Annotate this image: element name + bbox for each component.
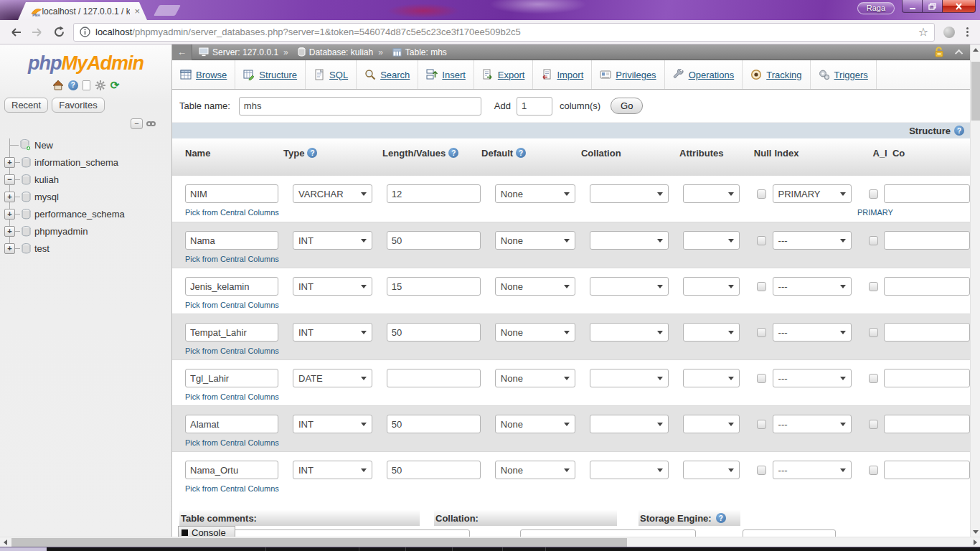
collapse-panel-icon[interactable] bbox=[955, 49, 963, 57]
help-icon[interactable]: ? bbox=[716, 513, 726, 523]
windows-taskbar-edge[interactable] bbox=[0, 547, 980, 551]
null-checkbox[interactable] bbox=[757, 236, 766, 245]
pick-central-columns-link[interactable]: Pick from Central Columns bbox=[185, 301, 279, 309]
column-collation-select[interactable] bbox=[590, 323, 669, 342]
help-icon[interactable]: ? bbox=[68, 80, 78, 90]
tab-export[interactable]: Export bbox=[474, 60, 534, 89]
tree-item-new[interactable]: New bbox=[0, 136, 171, 154]
column-length-input[interactable] bbox=[387, 415, 481, 433]
column-index-select[interactable]: --- bbox=[773, 415, 852, 433]
column-comments-input[interactable] bbox=[884, 461, 970, 479]
column-type-select[interactable]: INT bbox=[293, 231, 372, 250]
column-attributes-select[interactable] bbox=[683, 277, 740, 296]
ai-checkbox[interactable] bbox=[869, 328, 878, 337]
forward-button[interactable] bbox=[29, 24, 46, 41]
null-checkbox[interactable] bbox=[757, 282, 766, 291]
column-default-select[interactable]: None bbox=[495, 277, 575, 296]
minimize-button[interactable] bbox=[902, 0, 923, 13]
expand-icon[interactable]: + bbox=[4, 192, 15, 202]
null-checkbox[interactable] bbox=[757, 189, 766, 199]
column-length-input[interactable] bbox=[387, 323, 481, 342]
null-checkbox[interactable] bbox=[757, 466, 766, 475]
storage-engine-select[interactable] bbox=[743, 529, 836, 537]
column-collation-select[interactable] bbox=[590, 461, 669, 479]
console-toggle[interactable]: Console bbox=[178, 526, 235, 537]
column-name-input[interactable] bbox=[185, 461, 278, 479]
new-tab-button[interactable] bbox=[154, 5, 181, 16]
column-index-select[interactable]: PRIMARY bbox=[773, 184, 852, 203]
close-button[interactable] bbox=[943, 0, 976, 13]
tab-search[interactable]: Search bbox=[357, 60, 418, 89]
column-attributes-select[interactable] bbox=[683, 323, 740, 342]
pick-central-columns-link[interactable]: Pick from Central Columns bbox=[185, 255, 279, 263]
tab-tracking[interactable]: Tracking bbox=[743, 60, 810, 89]
tab-structure[interactable]: Structure bbox=[235, 60, 306, 89]
column-index-select[interactable]: --- bbox=[773, 369, 852, 387]
horizontal-scroll-thumb[interactable] bbox=[11, 538, 627, 547]
back-button[interactable] bbox=[7, 24, 24, 41]
reload-button[interactable] bbox=[50, 24, 67, 41]
tree-item-mysql[interactable]: + mysql bbox=[0, 188, 171, 205]
table-name-input[interactable] bbox=[239, 97, 481, 116]
user-profile-button[interactable]: Raga bbox=[857, 2, 895, 14]
null-checkbox[interactable] bbox=[757, 328, 766, 337]
docs-icon[interactable] bbox=[83, 80, 90, 90]
refresh-icon[interactable]: ⟳ bbox=[110, 80, 120, 90]
column-length-input[interactable] bbox=[387, 461, 481, 479]
column-name-input[interactable] bbox=[185, 323, 278, 342]
column-default-select[interactable]: None bbox=[495, 323, 575, 342]
extension-icon[interactable] bbox=[943, 27, 955, 38]
browser-menu-icon[interactable] bbox=[966, 27, 969, 37]
horizontal-scrollbar[interactable] bbox=[0, 537, 980, 547]
expand-icon[interactable]: + bbox=[4, 243, 15, 254]
help-icon[interactable]: ? bbox=[516, 148, 526, 158]
column-attributes-select[interactable] bbox=[683, 415, 740, 433]
add-columns-input[interactable] bbox=[517, 97, 552, 116]
column-attributes-select[interactable] bbox=[683, 369, 740, 387]
favorites-button[interactable]: Favorites bbox=[52, 98, 104, 113]
column-name-input[interactable] bbox=[185, 415, 278, 433]
column-type-select[interactable]: INT bbox=[293, 323, 372, 342]
column-collation-select[interactable] bbox=[590, 277, 669, 296]
breadcrumb-table[interactable]: Table: mhs bbox=[405, 47, 447, 57]
pick-central-columns-link[interactable]: Pick from Central Columns bbox=[185, 392, 279, 401]
tree-item-phpmyadmin[interactable]: + phpmyadmin bbox=[0, 222, 171, 240]
column-index-select[interactable]: --- bbox=[773, 231, 852, 250]
ai-checkbox[interactable] bbox=[869, 189, 878, 199]
ai-checkbox[interactable] bbox=[869, 374, 878, 383]
expand-icon[interactable]: + bbox=[4, 226, 15, 237]
pick-central-columns-link[interactable]: Pick from Central Columns bbox=[185, 484, 279, 493]
breadcrumb-back-button[interactable]: ← bbox=[172, 44, 192, 60]
go-button[interactable]: Go bbox=[611, 98, 643, 114]
home-icon[interactable] bbox=[52, 80, 64, 90]
pick-central-columns-link[interactable]: Pick from Central Columns bbox=[185, 208, 279, 217]
expand-icon[interactable]: + bbox=[4, 157, 15, 168]
null-checkbox[interactable] bbox=[757, 374, 766, 383]
column-type-select[interactable]: INT bbox=[293, 415, 372, 433]
vertical-scrollbar[interactable] bbox=[970, 44, 980, 537]
pick-central-columns-link[interactable]: Pick from Central Columns bbox=[185, 347, 279, 355]
help-icon[interactable]: ? bbox=[307, 148, 317, 158]
expand-icon[interactable]: + bbox=[4, 209, 15, 220]
column-collation-select[interactable] bbox=[590, 369, 669, 387]
column-collation-select[interactable] bbox=[590, 415, 669, 433]
column-collation-select[interactable] bbox=[590, 231, 669, 250]
null-checkbox[interactable] bbox=[757, 420, 766, 429]
column-comments-input[interactable] bbox=[884, 277, 970, 296]
ai-checkbox[interactable] bbox=[869, 466, 878, 475]
column-attributes-select[interactable] bbox=[683, 231, 740, 250]
column-name-input[interactable] bbox=[185, 184, 278, 203]
column-comments-input[interactable] bbox=[884, 184, 970, 203]
tab-sql[interactable]: SQL bbox=[306, 60, 357, 89]
ai-checkbox[interactable] bbox=[869, 282, 878, 291]
breadcrumb-database[interactable]: Database: kuliah bbox=[309, 47, 373, 57]
tab-triggers[interactable]: Triggers bbox=[811, 60, 877, 89]
collapse-icon[interactable]: − bbox=[4, 174, 15, 185]
ai-checkbox[interactable] bbox=[869, 420, 878, 429]
help-icon[interactable]: ? bbox=[448, 148, 458, 158]
column-default-select[interactable]: None bbox=[495, 231, 575, 250]
unlock-icon[interactable] bbox=[933, 47, 945, 57]
column-default-select[interactable]: None bbox=[495, 369, 575, 387]
column-length-input[interactable] bbox=[387, 369, 481, 387]
tab-browse[interactable]: Browse bbox=[172, 60, 235, 89]
